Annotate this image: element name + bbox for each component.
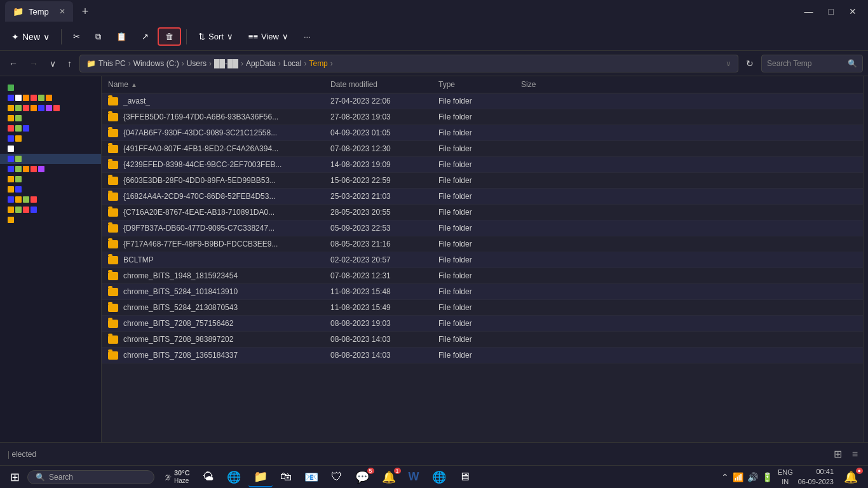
up-button[interactable]: ↑ — [64, 56, 76, 71]
search-box-placeholder: Search Temp — [767, 59, 811, 68]
taskbar-explorer-btn[interactable]: 📁 — [248, 467, 273, 487]
file-name-cell: {047AB6F7-930F-43DC-9089-3C21C12558... — [102, 125, 324, 140]
table-row[interactable]: BCLTMP 02-02-2023 20:57 File folder — [102, 252, 863, 268]
minimize-button[interactable]: — — [798, 4, 820, 19]
new-button[interactable]: ✦ New ∨ — [5, 29, 56, 45]
window-tab[interactable]: 📁 Temp ✕ — [5, 1, 73, 22]
breadcrumb-dropdown-icon: ∨ — [726, 59, 731, 68]
sidebar-item-9[interactable] — [0, 164, 101, 174]
sidebar-item-1[interactable] — [0, 83, 101, 93]
file-name-text: {491FF4A0-807F-4FB1-8ED2-CF4A26A394... — [123, 144, 278, 153]
file-name-text: chrome_BITS_7208_983897202 — [123, 335, 233, 344]
breadcrumb[interactable]: 📁 This PC › Windows (C:) › Users › ██-██… — [79, 55, 738, 72]
table-row[interactable]: chrome_BITS_5284_1018413910 11-08-2023 1… — [102, 284, 863, 300]
more-icon: ··· — [304, 32, 311, 41]
col-header-name[interactable]: Name ▲ — [102, 76, 324, 93]
table-row[interactable]: chrome_BITS_7208_757156462 08-08-2023 19… — [102, 316, 863, 332]
taskbar-weather[interactable]: 🌫 30°C Haze — [159, 469, 195, 485]
file-name-cell: chrome_BITS_1948_1815923454 — [102, 268, 324, 283]
table-row[interactable]: {491FF4A0-807F-4FB1-8ED2-CF4A26A394... 0… — [102, 141, 863, 157]
table-row[interactable]: {047AB6F7-930F-43DC-9089-3C21C12558... 0… — [102, 125, 863, 141]
paste-button[interactable]: 📋 — [110, 29, 133, 44]
language-indicator[interactable]: ENG IN — [778, 468, 793, 486]
share-button[interactable]: ↗ — [135, 29, 155, 44]
taskbar-security-btn[interactable]: 🛡 — [326, 468, 348, 486]
taskbar-notif-btn[interactable]: 🔔1 — [377, 468, 401, 487]
refresh-button[interactable]: ↻ — [742, 56, 757, 71]
cut-icon: ✂ — [73, 32, 80, 41]
col-name-sort-icon: ▲ — [131, 81, 137, 88]
table-row[interactable]: {4239EFED-8398-44CE-9BCC-2EF7003FEB... 1… — [102, 157, 863, 173]
cut-button[interactable]: ✂ — [67, 29, 86, 44]
taskbar-word-btn[interactable]: W — [403, 468, 424, 486]
table-row[interactable]: {3FFEB5D0-7169-47D0-A6B6-93B3A36F56... 2… — [102, 109, 863, 125]
file-type-cell: File folder — [432, 220, 515, 236]
table-row[interactable]: chrome_BITS_7208_1365184337 08-08-2023 1… — [102, 348, 863, 363]
file-name-cell: chrome_BITS_7208_757156462 — [102, 316, 324, 331]
taskbar-edge-btn[interactable]: 🌐 — [222, 468, 246, 487]
list-view-button[interactable]: ≡ — [850, 447, 860, 461]
sidebar-item-10[interactable] — [0, 174, 101, 184]
table-row[interactable]: _avast_ 27-04-2023 22:06 File folder — [102, 93, 863, 109]
search-box[interactable]: Search Temp 🔍 — [761, 55, 863, 72]
forward-button[interactable]: → — [25, 56, 42, 71]
tray-expand-icon[interactable]: ⌃ — [721, 472, 729, 482]
sidebar-color-14 — [8, 217, 14, 223]
copy-button[interactable]: ⧉ — [89, 29, 107, 45]
sidebar-item-3[interactable] — [0, 103, 101, 113]
taskbar-store-btn[interactable]: 🛍 — [275, 468, 297, 486]
breadcrumb-appdata-label: AppData — [246, 59, 276, 68]
notification-center-btn[interactable]: 🔔● — [839, 468, 863, 487]
sidebar-color-12 — [8, 196, 37, 203]
table-row[interactable]: {D9F7B37A-DB60-477D-9095-C7C338247... 05… — [102, 220, 863, 236]
file-size-cell — [515, 146, 578, 152]
sidebar-item-7[interactable] — [0, 144, 101, 154]
sidebar-item-2[interactable] — [0, 93, 101, 103]
start-button[interactable]: ⊞ — [5, 469, 25, 485]
table-row[interactable]: {6603E3DB-28F0-4DD0-89FA-5ED99BB53... 15… — [102, 173, 863, 189]
battery-icon[interactable]: 🔋 — [762, 472, 773, 482]
color-sq — [23, 105, 29, 111]
recent-locations-button[interactable]: ∨ — [46, 56, 60, 71]
table-row[interactable]: {F717A468-77EF-48F9-B9BD-FDCCB3EE9... 08… — [102, 236, 863, 252]
more-button[interactable]: ··· — [297, 29, 317, 44]
taskbar-remote-btn[interactable]: 🖥 — [454, 468, 475, 486]
taskbar-edge2-btn[interactable]: 🌐 — [427, 468, 451, 487]
sidebar-item-8[interactable] — [0, 154, 101, 164]
taskbar-search[interactable]: 🔍 Search — [27, 470, 154, 484]
sidebar-item-11[interactable] — [0, 184, 101, 194]
table-row[interactable]: chrome_BITS_5284_2130870543 11-08-2023 1… — [102, 300, 863, 316]
right-scrollbar[interactable] — [863, 76, 868, 465]
back-button[interactable]: ← — [5, 56, 22, 71]
color-sq — [8, 125, 14, 132]
sidebar-item-4[interactable] — [0, 113, 101, 123]
table-row[interactable]: chrome_BITS_7208_983897202 08-08-2023 14… — [102, 332, 863, 348]
taskbar-widgets-btn[interactable]: 🌤 — [198, 468, 219, 486]
taskbar-whatsapp-btn[interactable]: 💬5 — [350, 468, 374, 487]
new-tab-button[interactable]: + — [78, 5, 93, 18]
col-header-type[interactable]: Type — [432, 76, 515, 93]
maximize-button[interactable]: □ — [822, 4, 840, 19]
delete-button[interactable]: 🗑 — [158, 27, 181, 46]
table-row[interactable]: chrome_BITS_1948_1815923454 07-08-2023 1… — [102, 268, 863, 284]
tab-close-btn[interactable]: ✕ — [59, 7, 65, 16]
sort-button[interactable]: ⇅ Sort ∨ — [192, 29, 240, 44]
view-button[interactable]: ≡≡ View ∨ — [242, 29, 295, 44]
close-button[interactable]: ✕ — [843, 4, 863, 19]
sidebar-item-13[interactable] — [0, 205, 101, 215]
clock[interactable]: 00:41 06-09-2023 — [798, 467, 834, 487]
folder-icon — [108, 145, 118, 153]
col-header-date[interactable]: Date modified — [324, 76, 432, 93]
weather-condition: Haze — [174, 477, 190, 485]
table-row[interactable]: {C716A20E-8767-4EAE-AB18-710891DA0... 28… — [102, 205, 863, 220]
taskbar-outlook-btn[interactable]: 📧 — [299, 468, 323, 487]
sidebar-item-14[interactable] — [0, 215, 101, 225]
network-icon[interactable]: 📶 — [733, 472, 743, 482]
sidebar-item-12[interactable] — [0, 194, 101, 205]
col-header-size[interactable]: Size — [515, 76, 578, 93]
table-row[interactable]: {16824A4A-2CD9-470C-86D8-52FEB4D53... 25… — [102, 189, 863, 205]
sound-icon[interactable]: 🔊 — [747, 472, 758, 482]
sidebar-item-6[interactable] — [0, 133, 101, 144]
grid-view-button[interactable]: ⊞ — [831, 447, 844, 461]
sidebar-item-5[interactable] — [0, 123, 101, 133]
